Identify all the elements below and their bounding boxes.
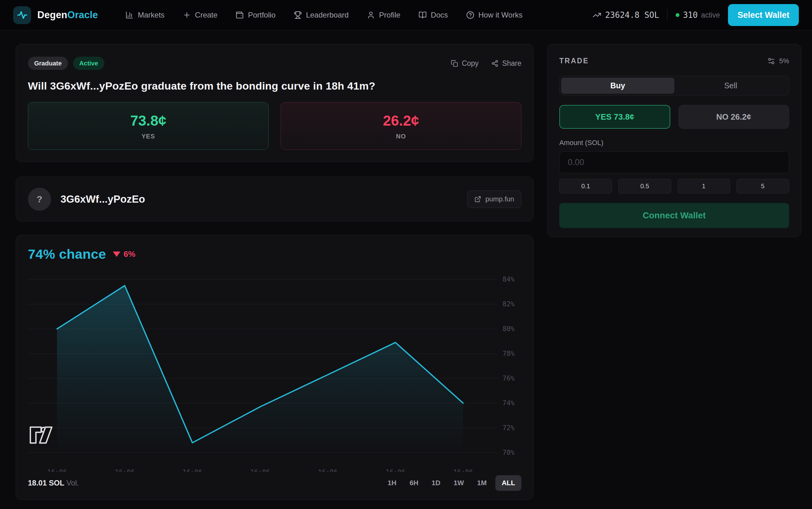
brand[interactable]: DegenOracle — [13, 6, 98, 24]
select-wallet-button[interactable]: Select Wallet — [728, 4, 799, 26]
y-axis-label: 80% — [503, 325, 514, 333]
timeframe-selector: 1H 6H 1D 1W 1M ALL — [383, 475, 521, 491]
category-badge: Graduate — [28, 57, 68, 70]
buy-yes-button[interactable]: YES 73.8¢ — [559, 105, 670, 129]
price-chart[interactable]: 84%82%80%78%76%74%72%70%16:0616:0616:061… — [28, 265, 521, 472]
x-axis-label: 16:06 — [183, 469, 202, 472]
help-circle-icon — [466, 11, 474, 19]
connect-wallet-button[interactable]: Connect Wallet — [559, 203, 789, 228]
chance-value: 74% chance — [28, 246, 106, 262]
trending-up-icon — [593, 11, 601, 20]
token-name: 3G6xWf...yPozEo — [61, 193, 145, 205]
no-label: NO — [396, 133, 406, 140]
trade-panel: TRADE 5% Buy Sell YES 73.8¢ NO 26.2¢ Amo… — [547, 44, 801, 237]
y-axis-label: 72% — [503, 424, 514, 432]
copy-button[interactable]: Copy — [451, 59, 479, 68]
yes-price: 73.8¢ — [130, 112, 166, 129]
trophy-icon — [294, 11, 302, 19]
brand-name: DegenOracle — [37, 9, 98, 21]
x-axis-label: 16:06 — [454, 469, 473, 472]
share-button[interactable]: Share — [491, 59, 521, 68]
sol-volume-ticker: 23624.8 SOL — [593, 10, 659, 20]
plus-icon — [183, 11, 191, 19]
down-arrow-icon — [113, 251, 120, 257]
y-axis-label: 70% — [503, 449, 514, 456]
timeframe-1d[interactable]: 1D — [427, 475, 445, 491]
online-dot-icon — [676, 13, 679, 17]
area-fill — [57, 286, 463, 453]
active-users: 310 active — [676, 10, 720, 20]
amount-input[interactable] — [559, 151, 789, 173]
timeframe-all[interactable]: ALL — [495, 475, 521, 491]
nav-item-create[interactable]: Create — [183, 11, 218, 20]
quick-amount-1[interactable]: 1 — [678, 179, 730, 194]
wallet-icon — [236, 11, 244, 19]
nav-item-docs[interactable]: Docs — [418, 11, 448, 20]
nav-menu: Markets Create Portfolio Leaderboard Pro… — [125, 11, 522, 20]
divider — [667, 9, 667, 21]
logo-pulse-icon — [13, 6, 31, 24]
yes-label: YES — [142, 133, 155, 140]
token-card: ? 3G6xWf...yPozEo pump.fun — [16, 177, 534, 222]
nav-item-markets[interactable]: Markets — [125, 11, 164, 20]
tab-buy[interactable]: Buy — [561, 78, 675, 94]
timeframe-6h[interactable]: 6H — [405, 475, 423, 491]
navbar: DegenOracle Markets Create Portfolio Lea… — [0, 0, 812, 30]
tradingview-watermark-icon — [29, 426, 53, 446]
quick-amount-0.5[interactable]: 0.5 — [618, 179, 671, 194]
badges: Graduate Active — [28, 57, 104, 70]
quick-amounts: 0.1 0.5 1 5 — [559, 179, 789, 194]
share-icon — [491, 60, 498, 67]
x-axis-label: 16:06 — [47, 469, 67, 472]
nav-item-how-it-works[interactable]: How it Works — [466, 11, 523, 20]
timeframe-1h[interactable]: 1H — [383, 475, 401, 491]
y-axis-label: 74% — [503, 399, 514, 407]
amount-label: Amount (SOL) — [559, 139, 789, 147]
no-price: 26.2¢ — [383, 112, 419, 129]
no-price-box[interactable]: 26.2¢ NO — [281, 102, 521, 150]
buy-no-button[interactable]: NO 26.2¢ — [679, 105, 789, 129]
chart-card: 74% chance 6% 84%82%80%78%76%74%72%70%16… — [16, 235, 534, 500]
buy-sell-tabs: Buy Sell — [559, 76, 789, 96]
y-axis-label: 76% — [503, 375, 514, 382]
probability-line-chart[interactable]: 84%82%80%78%76%74%72%70%16:0616:0616:061… — [28, 265, 521, 472]
yes-price-box[interactable]: 73.8¢ YES — [28, 102, 269, 150]
volume-readout: 18.01 SOL Vol. — [28, 479, 79, 487]
nav-item-profile[interactable]: Profile — [367, 11, 400, 20]
quick-amount-5[interactable]: 5 — [737, 179, 789, 194]
book-open-icon — [418, 11, 427, 19]
price-change: 6% — [113, 249, 135, 259]
market-column: Graduate Active Copy Share Will 3G6xWf..… — [16, 44, 534, 500]
tab-sell[interactable]: Sell — [675, 78, 787, 94]
x-axis-label: 16:06 — [386, 469, 405, 472]
nav-item-portfolio[interactable]: Portfolio — [236, 11, 276, 20]
x-axis-label: 16:06 — [318, 469, 338, 472]
nav-item-leaderboard[interactable]: Leaderboard — [294, 11, 349, 20]
copy-icon — [451, 60, 458, 67]
bar-chart-icon — [125, 11, 133, 19]
token-avatar: ? — [28, 188, 51, 211]
x-axis-label: 16:06 — [115, 469, 134, 472]
x-axis-label: 16:06 — [250, 469, 270, 472]
y-axis-label: 84% — [503, 276, 514, 283]
status-badge: Active — [73, 57, 104, 70]
market-question: Will 3G6xWf...yPozEo graduate from the b… — [28, 80, 521, 92]
market-card: Graduate Active Copy Share Will 3G6xWf..… — [16, 44, 534, 162]
timeframe-1w[interactable]: 1W — [449, 475, 468, 491]
trade-panel-title: TRADE — [559, 57, 589, 65]
main-content: Graduate Active Copy Share Will 3G6xWf..… — [0, 30, 812, 500]
quick-amount-0.1[interactable]: 0.1 — [559, 179, 612, 194]
external-link-icon — [474, 196, 481, 203]
y-axis-label: 78% — [503, 350, 514, 358]
pumpfun-link-button[interactable]: pump.fun — [467, 191, 521, 208]
timeframe-1m[interactable]: 1M — [473, 475, 491, 491]
user-icon — [367, 11, 375, 19]
slippage-setting[interactable]: 5% — [767, 57, 789, 65]
nav-right: 23624.8 SOL 310 active Select Wallet — [593, 4, 799, 26]
y-axis-label: 82% — [503, 300, 514, 308]
sliders-icon — [767, 57, 775, 65]
